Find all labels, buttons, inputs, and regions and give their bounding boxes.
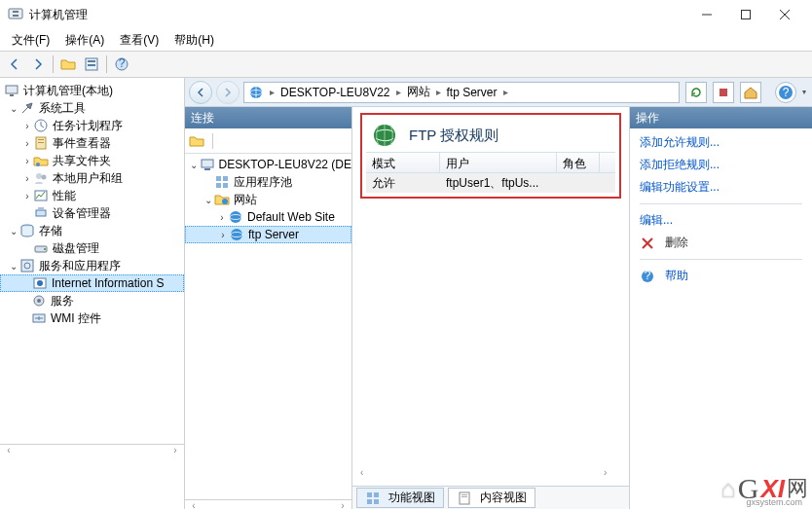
svg-rect-53 (367, 499, 372, 504)
expand-icon[interactable]: › (21, 121, 33, 131)
chevron-right-icon[interactable]: ▸ (503, 87, 508, 97)
tab-features[interactable]: 功能视图 (356, 488, 444, 508)
crumb-server[interactable]: DESKTOP-LEU8V22 (277, 86, 394, 99)
collapse-icon[interactable]: ⌄ (8, 261, 19, 272)
action-delete[interactable]: 删除 (640, 235, 802, 251)
expand-icon[interactable]: › (21, 156, 33, 166)
collapse-icon[interactable]: ⌄ (8, 103, 19, 114)
content-icon (457, 491, 472, 506)
crumb-ftp[interactable]: ftp Server (443, 86, 501, 99)
tree-task-scheduler[interactable]: › 任务计划程序 (0, 117, 184, 134)
menu-file[interactable]: 文件(F) (4, 30, 57, 51)
action-edit[interactable]: 编辑... (640, 212, 802, 229)
disk-icon (33, 240, 49, 256)
expand-icon[interactable]: › (21, 138, 33, 149)
minimize-button[interactable] (687, 0, 726, 29)
action-label: 帮助 (665, 268, 688, 284)
help-circle-button[interactable]: ? (775, 82, 796, 103)
svg-rect-39 (202, 160, 213, 167)
tree-performance[interactable]: › 性能 (0, 187, 184, 204)
conn-default-site[interactable]: › Default Web Site (185, 208, 351, 226)
tree-storage[interactable]: ⌄ 存储 (0, 222, 184, 239)
tree-label: 任务计划程序 (53, 118, 123, 134)
grid-row[interactable]: 允许 ftpUser1、ftpUs... (366, 173, 615, 193)
menu-action[interactable]: 操作(A) (57, 30, 112, 51)
connections-tree[interactable]: ⌄ DESKTOP-LEU8V22 (DE 应用程序池 ⌄ 网站 › (185, 154, 351, 499)
svg-rect-27 (21, 260, 33, 272)
expand-icon[interactable]: › (216, 212, 228, 223)
home-button[interactable] (740, 82, 761, 103)
action-label: 添加拒绝规则... (640, 157, 720, 173)
action-label: 删除 (665, 235, 688, 251)
menu-help[interactable]: 帮助(H) (166, 30, 222, 51)
dropdown-icon[interactable]: ▾ (802, 88, 806, 96)
tree-root[interactable]: 计算机管理(本地) (0, 82, 184, 99)
maximize-button[interactable] (726, 0, 765, 29)
conn-ftp-server[interactable]: › ftp Server (185, 226, 351, 243)
svg-rect-57 (461, 496, 467, 497)
action-feature-settings[interactable]: 编辑功能设置... (640, 179, 802, 196)
col-mode-header[interactable]: 模式 (366, 153, 440, 172)
tree-device-manager[interactable]: 设备管理器 (0, 204, 184, 222)
action-help[interactable]: ? 帮助 (640, 268, 802, 284)
chevron-right-icon[interactable]: ▸ (436, 87, 441, 97)
collapse-icon[interactable]: ⌄ (8, 226, 19, 236)
watermark: ⌂ G XI 网 gxsystem.com (720, 472, 808, 505)
title-bar: 计算机管理 (0, 0, 812, 29)
expand-icon[interactable]: › (21, 191, 33, 201)
cell-mode: 允许 (366, 173, 440, 193)
folder-button[interactable] (57, 54, 79, 75)
tree-label: 服务 (51, 293, 74, 309)
house-icon: ⌂ (720, 474, 736, 504)
col-user-header[interactable]: 用户 (440, 153, 557, 172)
tree-label: WMI 控件 (51, 310, 101, 327)
conn-sites[interactable]: ⌄ 网站 (185, 191, 351, 208)
expand-icon[interactable]: › (21, 173, 33, 184)
svg-rect-42 (223, 176, 228, 181)
addr-forward-button[interactable] (216, 81, 240, 104)
svg-point-45 (222, 199, 228, 204)
action-add-deny[interactable]: 添加拒绝规则... (640, 157, 802, 173)
forward-button[interactable] (27, 54, 49, 75)
collapse-icon[interactable]: ⌄ (189, 160, 200, 170)
action-add-allow[interactable]: 添加允许规则... (640, 134, 802, 151)
conn-server[interactable]: ⌄ DESKTOP-LEU8V22 (DE (185, 156, 351, 173)
stop-button[interactable] (713, 82, 734, 103)
tree-iis[interactable]: Internet Information S (0, 274, 184, 292)
svg-point-26 (44, 248, 46, 250)
center-hscroll[interactable]: ‹ › (358, 464, 623, 480)
scroll-left-icon[interactable]: ‹ (360, 467, 378, 478)
tab-content[interactable]: 内容视图 (448, 488, 535, 508)
crumb-sites[interactable]: 网站 (403, 84, 434, 100)
left-scrollbar[interactable]: ‹ › (0, 444, 184, 454)
close-button[interactable] (765, 0, 804, 29)
menu-view[interactable]: 查看(V) (112, 30, 166, 51)
tree-wmi[interactable]: WMI 控件 (0, 309, 184, 327)
chevron-right-icon[interactable]: ▸ (270, 87, 275, 97)
help-button[interactable]: ? (111, 54, 132, 75)
col-role-header[interactable]: 角色 (557, 153, 600, 172)
chevron-right-icon[interactable]: ▸ (396, 87, 401, 97)
collapse-icon[interactable]: ⌄ (203, 195, 214, 205)
back-button[interactable] (4, 54, 25, 75)
tree-services[interactable]: 服务 (0, 292, 184, 309)
refresh-button[interactable] (685, 82, 707, 103)
mmc-tree[interactable]: 计算机管理(本地) ⌄ 系统工具 › 任务计划程序 › 事件查看器 › 共享文件… (0, 82, 184, 327)
globe-icon (228, 209, 243, 225)
tree-system-tools[interactable]: ⌄ 系统工具 (0, 99, 184, 117)
expand-icon[interactable]: › (217, 230, 229, 240)
conn-app-pools[interactable]: 应用程序池 (185, 173, 351, 191)
svg-rect-51 (367, 492, 372, 497)
addr-back-button[interactable] (189, 81, 212, 104)
tree-disk-management[interactable]: 磁盘管理 (0, 239, 184, 257)
svg-rect-12 (6, 86, 18, 93)
connections-scrollbar[interactable]: ‹ › (185, 499, 351, 509)
tree-event-viewer[interactable]: › 事件查看器 (0, 134, 184, 152)
properties-button[interactable] (81, 54, 102, 75)
tree-services-apps[interactable]: ⌄ 服务和应用程序 (0, 257, 184, 274)
tree-shared-folders[interactable]: › 共享文件夹 (0, 152, 184, 169)
tree-local-users[interactable]: › 本地用户和组 (0, 169, 184, 187)
breadcrumb[interactable]: ▸ DESKTOP-LEU8V22 ▸ 网站 ▸ ftp Server ▸ (243, 82, 680, 103)
folder-icon[interactable] (189, 133, 204, 149)
scroll-right-icon[interactable]: › (604, 467, 621, 478)
